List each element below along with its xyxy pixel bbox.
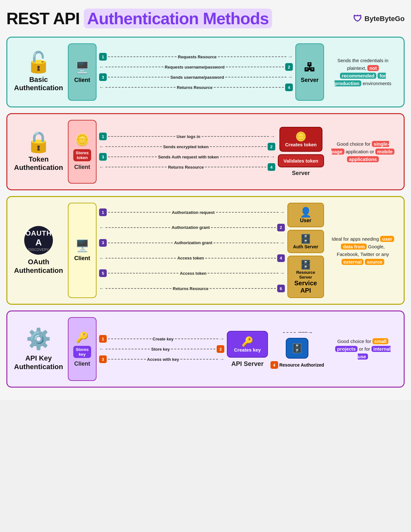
dashed-line (105, 258, 176, 259)
basic-client-label: Client (74, 77, 90, 84)
basic-auth-left: 🔓 BasicAuthentication (13, 43, 64, 101)
page-title: REST API Authentication Methods (6, 10, 272, 28)
dashed-line (108, 212, 170, 213)
applications-highlight: applications (347, 156, 379, 162)
basic-auth-section: 🔓 BasicAuthentication 🖥️ Client 1 Reques… (6, 37, 405, 107)
token-auth-description: Good choice for single-page application … (328, 120, 398, 184)
dashed-line (108, 243, 173, 243)
token-auth-label: TokenAuthentication (14, 155, 63, 172)
token-auth-left: 🔒 TokenAuthentication (13, 120, 64, 184)
apikey-resource-area: ╌╌╌→ 🗄️ 4 Resource Authorized (270, 329, 324, 369)
oauth-auth-label: OAuthAuthentication (14, 258, 63, 275)
arrow-right: → (270, 134, 275, 139)
step-3-text: Authorization grant (174, 240, 212, 245)
apikey-server-label: API Server (231, 360, 263, 368)
arrow-left: ← (99, 225, 104, 230)
recommended-highlight: recommended (340, 73, 377, 79)
key2-icon: 🔑 (234, 336, 261, 347)
dashed-line (202, 136, 269, 137)
source-highlight: source (365, 259, 384, 265)
apikey-auth-left: ⚙️ API KeyAuthentication (13, 317, 64, 381)
basic-server-label: Server (301, 77, 319, 84)
dashed-line (105, 349, 150, 349)
dashed-line (225, 77, 286, 77)
mobile-highlight: mobile (375, 149, 394, 155)
arrow-right-icon: → (288, 54, 293, 60)
oauth-client-box: 🖥️ Client (68, 203, 97, 298)
dashed-line (108, 359, 146, 360)
token-client-label: Client (74, 164, 90, 171)
basic-step1: 1 Requests Resource → (99, 52, 293, 62)
step-1-num: 1 (99, 53, 107, 61)
step-2-num: 2 (285, 63, 293, 71)
step-2-text: Sends encrypted token (163, 144, 209, 149)
step-3-num: 3 (99, 153, 107, 161)
data-from-highlight: data from (341, 244, 366, 250)
db-icon: 🗄️ (293, 234, 318, 244)
apikey-diagram: 🔑 Storeskey Client 1 Create key → ← Stor… (68, 317, 324, 381)
computer-icon: 🖥️ (75, 61, 90, 74)
basic-client-box: 🖥️ Client (68, 43, 97, 101)
coin-server-icon: 🪙 (285, 131, 317, 142)
oauth-user-box: 👤 User (287, 203, 324, 227)
dashed-line (108, 157, 157, 157)
dashed-line (108, 273, 178, 273)
step-3-num: 3 (99, 239, 107, 247)
basic-auth-label: BasicAuthentication (14, 76, 63, 92)
oauth-diagram: 🖥️ Client 1 Authorization request → ← Au… (68, 203, 324, 298)
basic-auth-description: Sends the credentials in plaintext, not … (328, 43, 398, 101)
basic-step3: 3 Sends username/password → (99, 72, 293, 82)
step-1-text: Requests Resource (178, 55, 216, 59)
apikey-client-box: 🔑 Storeskey Client (68, 317, 97, 381)
internal-use-highlight: internal use (358, 346, 391, 360)
step-2-num: 2 (268, 143, 275, 150)
arrow-left: ← (99, 164, 104, 170)
step-2-text: Requests username/password (165, 65, 225, 69)
step-1-num: 1 (99, 133, 107, 140)
apikey-server-area: 🔑 Creates key API Server (227, 331, 268, 368)
oauth-text: OAUTH (25, 229, 52, 237)
arrow-right: → (280, 209, 285, 215)
dashed-line (218, 56, 286, 57)
token-client-box: 🪙 Storestoken Client (68, 120, 97, 184)
dashed-line (108, 136, 175, 137)
dashed-line (220, 157, 269, 157)
apikey-creates-key-box: 🔑 Creates key (227, 331, 268, 358)
step-4-num: 4 (277, 254, 285, 262)
step-1-num: 1 (99, 335, 107, 343)
oauth-logo: OAUTH A DISCOVERY (24, 226, 53, 255)
arrow-right: → (219, 356, 224, 362)
arrow-left: ← (99, 286, 104, 291)
brand-icon: 🛡 (353, 13, 362, 24)
dashed-line (208, 273, 278, 273)
title-purple: Authentication Methods (84, 9, 272, 28)
apikey-step1: 1 Create key → (99, 334, 224, 344)
dashed-line (105, 288, 171, 289)
oauth-client-label: Client (74, 255, 90, 262)
not-highlight: not (367, 65, 379, 71)
oauth-a: A (35, 237, 42, 248)
arrow-right: → (280, 270, 285, 276)
step-4-text: Returns Resource (168, 165, 204, 170)
server-icon: 🖧 (304, 61, 315, 74)
arrow-right-icon: → (288, 74, 293, 80)
validates-token-box: Validates token (278, 154, 324, 167)
step-6-text: Returns Resource (173, 286, 208, 291)
header: REST API Authentication Methods 🛡 ByteBy… (6, 6, 405, 31)
token-step2: ← Sends encrypted token 2 (99, 142, 275, 152)
user-icon: 👤 (293, 207, 318, 218)
db3-icon: 🗄️ (292, 343, 303, 353)
token-step1: 1 User logs in → (99, 131, 275, 142)
step-1-num: 1 (99, 208, 107, 216)
dashed-line (105, 146, 162, 147)
step-3-text: Sends Auth request with token (158, 155, 219, 159)
apikey-step4: ╌╌╌→ (282, 329, 313, 335)
stores-token-badge: Storestoken (73, 149, 91, 161)
arrow-left: ← (99, 144, 104, 149)
step-2-num: 2 (217, 345, 224, 353)
step-4-text: Returns Resource (177, 85, 213, 90)
step-1-text: User logs in (177, 134, 200, 139)
dashed-line (108, 339, 151, 339)
oauth-resourceserver-box: 🗄️ ResourceServer ServiceAPI (287, 256, 324, 298)
step-6-num: 6 (277, 285, 285, 292)
